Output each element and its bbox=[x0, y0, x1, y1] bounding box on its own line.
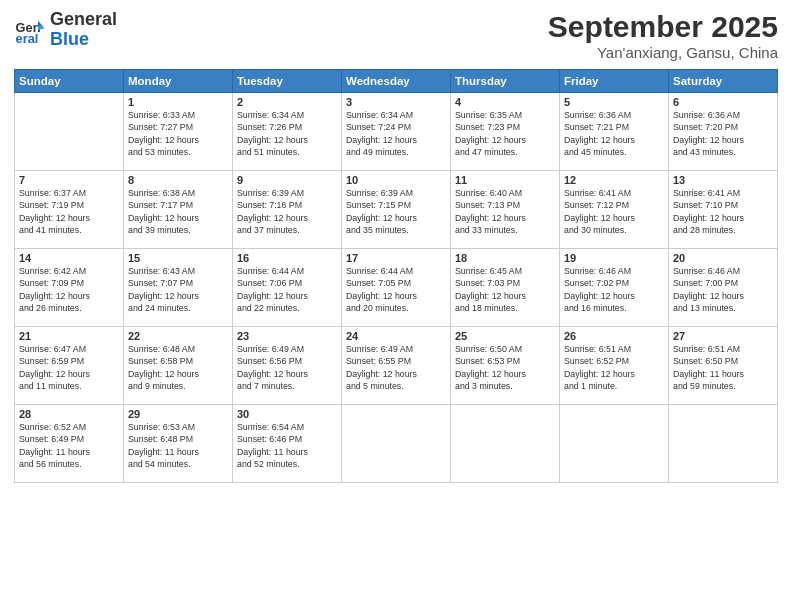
calendar-table: SundayMondayTuesdayWednesdayThursdayFrid… bbox=[14, 69, 778, 483]
day-number: 19 bbox=[564, 252, 664, 264]
calendar-cell: 20Sunrise: 6:46 AM Sunset: 7:00 PM Dayli… bbox=[669, 249, 778, 327]
day-info: Sunrise: 6:49 AM Sunset: 6:55 PM Dayligh… bbox=[346, 343, 446, 392]
day-number: 11 bbox=[455, 174, 555, 186]
calendar-cell: 30Sunrise: 6:54 AM Sunset: 6:46 PM Dayli… bbox=[233, 405, 342, 483]
day-number: 15 bbox=[128, 252, 228, 264]
day-number: 26 bbox=[564, 330, 664, 342]
logo-icon: Gen eral bbox=[14, 14, 46, 46]
day-info: Sunrise: 6:44 AM Sunset: 7:05 PM Dayligh… bbox=[346, 265, 446, 314]
day-info: Sunrise: 6:53 AM Sunset: 6:48 PM Dayligh… bbox=[128, 421, 228, 470]
title-month: September 2025 bbox=[548, 10, 778, 44]
calendar-cell: 28Sunrise: 6:52 AM Sunset: 6:49 PM Dayli… bbox=[15, 405, 124, 483]
day-number: 3 bbox=[346, 96, 446, 108]
calendar-cell: 9Sunrise: 6:39 AM Sunset: 7:16 PM Daylig… bbox=[233, 171, 342, 249]
calendar-header-row: SundayMondayTuesdayWednesdayThursdayFrid… bbox=[15, 70, 778, 93]
page-header: Gen eral General Blue September 2025 Yan… bbox=[14, 10, 778, 61]
calendar-cell: 10Sunrise: 6:39 AM Sunset: 7:15 PM Dayli… bbox=[342, 171, 451, 249]
calendar-cell: 14Sunrise: 6:42 AM Sunset: 7:09 PM Dayli… bbox=[15, 249, 124, 327]
day-number: 4 bbox=[455, 96, 555, 108]
calendar-cell: 15Sunrise: 6:43 AM Sunset: 7:07 PM Dayli… bbox=[124, 249, 233, 327]
calendar-cell: 17Sunrise: 6:44 AM Sunset: 7:05 PM Dayli… bbox=[342, 249, 451, 327]
calendar-header-sunday: Sunday bbox=[15, 70, 124, 93]
day-number: 10 bbox=[346, 174, 446, 186]
day-number: 17 bbox=[346, 252, 446, 264]
day-info: Sunrise: 6:50 AM Sunset: 6:53 PM Dayligh… bbox=[455, 343, 555, 392]
day-info: Sunrise: 6:38 AM Sunset: 7:17 PM Dayligh… bbox=[128, 187, 228, 236]
day-info: Sunrise: 6:45 AM Sunset: 7:03 PM Dayligh… bbox=[455, 265, 555, 314]
day-number: 5 bbox=[564, 96, 664, 108]
logo-text: General Blue bbox=[50, 10, 117, 50]
day-info: Sunrise: 6:41 AM Sunset: 7:12 PM Dayligh… bbox=[564, 187, 664, 236]
day-info: Sunrise: 6:37 AM Sunset: 7:19 PM Dayligh… bbox=[19, 187, 119, 236]
day-info: Sunrise: 6:41 AM Sunset: 7:10 PM Dayligh… bbox=[673, 187, 773, 236]
day-number: 25 bbox=[455, 330, 555, 342]
day-info: Sunrise: 6:47 AM Sunset: 6:59 PM Dayligh… bbox=[19, 343, 119, 392]
day-number: 21 bbox=[19, 330, 119, 342]
calendar-cell: 16Sunrise: 6:44 AM Sunset: 7:06 PM Dayli… bbox=[233, 249, 342, 327]
day-number: 29 bbox=[128, 408, 228, 420]
day-info: Sunrise: 6:52 AM Sunset: 6:49 PM Dayligh… bbox=[19, 421, 119, 470]
day-number: 13 bbox=[673, 174, 773, 186]
calendar-cell: 13Sunrise: 6:41 AM Sunset: 7:10 PM Dayli… bbox=[669, 171, 778, 249]
day-number: 16 bbox=[237, 252, 337, 264]
day-number: 22 bbox=[128, 330, 228, 342]
calendar-cell: 3Sunrise: 6:34 AM Sunset: 7:24 PM Daylig… bbox=[342, 93, 451, 171]
day-number: 6 bbox=[673, 96, 773, 108]
calendar-header-friday: Friday bbox=[560, 70, 669, 93]
day-info: Sunrise: 6:51 AM Sunset: 6:50 PM Dayligh… bbox=[673, 343, 773, 392]
day-info: Sunrise: 6:48 AM Sunset: 6:58 PM Dayligh… bbox=[128, 343, 228, 392]
day-number: 9 bbox=[237, 174, 337, 186]
svg-text:eral: eral bbox=[16, 31, 39, 46]
calendar-cell: 2Sunrise: 6:34 AM Sunset: 7:26 PM Daylig… bbox=[233, 93, 342, 171]
logo: Gen eral General Blue bbox=[14, 10, 117, 50]
day-number: 12 bbox=[564, 174, 664, 186]
week-row-3: 14Sunrise: 6:42 AM Sunset: 7:09 PM Dayli… bbox=[15, 249, 778, 327]
calendar-cell: 26Sunrise: 6:51 AM Sunset: 6:52 PM Dayli… bbox=[560, 327, 669, 405]
calendar-cell: 5Sunrise: 6:36 AM Sunset: 7:21 PM Daylig… bbox=[560, 93, 669, 171]
calendar-cell bbox=[15, 93, 124, 171]
day-number: 8 bbox=[128, 174, 228, 186]
calendar-header-tuesday: Tuesday bbox=[233, 70, 342, 93]
calendar-cell bbox=[669, 405, 778, 483]
calendar-header-wednesday: Wednesday bbox=[342, 70, 451, 93]
calendar-header-saturday: Saturday bbox=[669, 70, 778, 93]
calendar-cell bbox=[451, 405, 560, 483]
day-number: 14 bbox=[19, 252, 119, 264]
day-info: Sunrise: 6:34 AM Sunset: 7:26 PM Dayligh… bbox=[237, 109, 337, 158]
calendar-cell bbox=[342, 405, 451, 483]
calendar-cell: 11Sunrise: 6:40 AM Sunset: 7:13 PM Dayli… bbox=[451, 171, 560, 249]
calendar-cell: 4Sunrise: 6:35 AM Sunset: 7:23 PM Daylig… bbox=[451, 93, 560, 171]
day-info: Sunrise: 6:36 AM Sunset: 7:21 PM Dayligh… bbox=[564, 109, 664, 158]
day-number: 18 bbox=[455, 252, 555, 264]
day-info: Sunrise: 6:49 AM Sunset: 6:56 PM Dayligh… bbox=[237, 343, 337, 392]
week-row-5: 28Sunrise: 6:52 AM Sunset: 6:49 PM Dayli… bbox=[15, 405, 778, 483]
calendar-cell: 19Sunrise: 6:46 AM Sunset: 7:02 PM Dayli… bbox=[560, 249, 669, 327]
calendar-cell: 23Sunrise: 6:49 AM Sunset: 6:56 PM Dayli… bbox=[233, 327, 342, 405]
logo-general: General bbox=[50, 10, 117, 30]
title-block: September 2025 Yan'anxiang, Gansu, China bbox=[548, 10, 778, 61]
day-number: 23 bbox=[237, 330, 337, 342]
calendar-cell: 27Sunrise: 6:51 AM Sunset: 6:50 PM Dayli… bbox=[669, 327, 778, 405]
calendar-cell: 6Sunrise: 6:36 AM Sunset: 7:20 PM Daylig… bbox=[669, 93, 778, 171]
day-number: 7 bbox=[19, 174, 119, 186]
calendar-cell: 7Sunrise: 6:37 AM Sunset: 7:19 PM Daylig… bbox=[15, 171, 124, 249]
day-info: Sunrise: 6:35 AM Sunset: 7:23 PM Dayligh… bbox=[455, 109, 555, 158]
calendar-cell: 8Sunrise: 6:38 AM Sunset: 7:17 PM Daylig… bbox=[124, 171, 233, 249]
calendar-cell bbox=[560, 405, 669, 483]
calendar-cell: 24Sunrise: 6:49 AM Sunset: 6:55 PM Dayli… bbox=[342, 327, 451, 405]
day-info: Sunrise: 6:34 AM Sunset: 7:24 PM Dayligh… bbox=[346, 109, 446, 158]
day-info: Sunrise: 6:39 AM Sunset: 7:16 PM Dayligh… bbox=[237, 187, 337, 236]
day-info: Sunrise: 6:40 AM Sunset: 7:13 PM Dayligh… bbox=[455, 187, 555, 236]
day-info: Sunrise: 6:43 AM Sunset: 7:07 PM Dayligh… bbox=[128, 265, 228, 314]
day-number: 2 bbox=[237, 96, 337, 108]
calendar-cell: 12Sunrise: 6:41 AM Sunset: 7:12 PM Dayli… bbox=[560, 171, 669, 249]
day-info: Sunrise: 6:46 AM Sunset: 7:02 PM Dayligh… bbox=[564, 265, 664, 314]
day-info: Sunrise: 6:46 AM Sunset: 7:00 PM Dayligh… bbox=[673, 265, 773, 314]
day-number: 20 bbox=[673, 252, 773, 264]
day-info: Sunrise: 6:54 AM Sunset: 6:46 PM Dayligh… bbox=[237, 421, 337, 470]
calendar-cell: 22Sunrise: 6:48 AM Sunset: 6:58 PM Dayli… bbox=[124, 327, 233, 405]
calendar-cell: 18Sunrise: 6:45 AM Sunset: 7:03 PM Dayli… bbox=[451, 249, 560, 327]
day-info: Sunrise: 6:33 AM Sunset: 7:27 PM Dayligh… bbox=[128, 109, 228, 158]
title-location: Yan'anxiang, Gansu, China bbox=[548, 44, 778, 61]
day-number: 24 bbox=[346, 330, 446, 342]
